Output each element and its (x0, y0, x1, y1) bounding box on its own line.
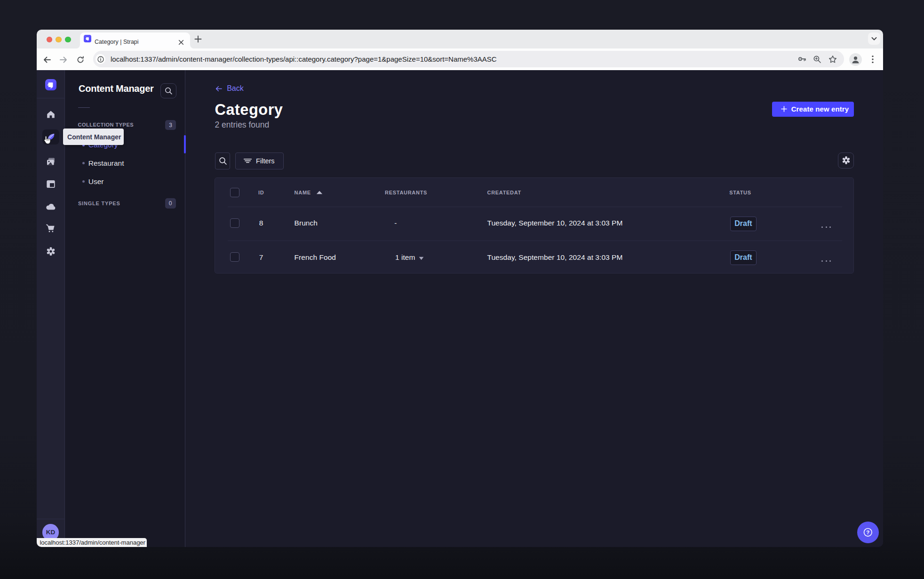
svg-text:?: ? (867, 530, 870, 535)
